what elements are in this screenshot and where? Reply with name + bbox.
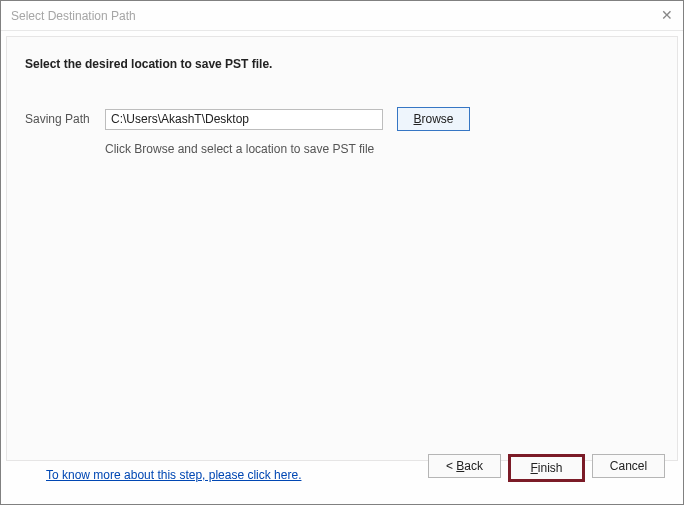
dialog-window: Select Destination Path ✕ Select the des… <box>0 0 684 505</box>
browse-mnemonic: B <box>413 112 421 126</box>
back-prefix: < <box>446 459 456 473</box>
finish-mnemonic: F <box>530 461 537 475</box>
learn-more-link[interactable]: To know more about this step, please cli… <box>46 468 301 482</box>
browse-text: rowse <box>422 112 454 126</box>
finish-button[interactable]: Finish <box>508 454 585 482</box>
saving-path-input[interactable] <box>105 109 383 130</box>
hint-text: Click Browse and select a location to sa… <box>105 142 374 156</box>
browse-button[interactable]: Browse <box>397 107 470 131</box>
saving-path-label: Saving Path <box>25 112 105 126</box>
content-panel: Select the desired location to save PST … <box>6 36 678 461</box>
back-button[interactable]: < Back <box>428 454 501 478</box>
saving-path-row: Saving Path Browse <box>25 107 659 131</box>
close-icon[interactable]: ✕ <box>661 7 673 23</box>
titlebar: Select Destination Path ✕ <box>1 1 683 31</box>
page-heading: Select the desired location to save PST … <box>25 57 272 71</box>
back-rest: ack <box>464 459 483 473</box>
cancel-button[interactable]: Cancel <box>592 454 665 478</box>
footer-buttons: < Back Finish Cancel <box>428 454 665 482</box>
finish-rest: inish <box>538 461 563 475</box>
window-title: Select Destination Path <box>11 9 136 23</box>
